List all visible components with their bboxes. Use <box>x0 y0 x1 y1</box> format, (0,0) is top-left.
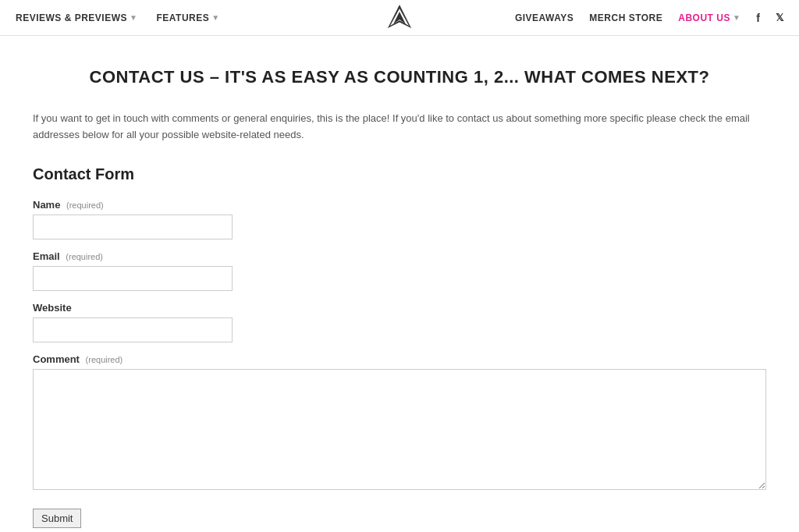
chevron-down-icon: ▼ <box>211 13 219 22</box>
name-field-group: Name (required) <box>33 199 766 239</box>
email-field-group: Email (required) <box>33 250 766 291</box>
nav-reviews-previews[interactable]: REVIEWS & PREVIEWS ▼ <box>16 12 137 23</box>
nav-merch-store[interactable]: MERCH STORE <box>589 12 662 23</box>
nav-features-label: FEATURES <box>156 12 209 23</box>
email-required: (required) <box>66 252 103 261</box>
nav-about-us[interactable]: ABOUT US ▼ <box>678 12 740 23</box>
website-input[interactable] <box>33 317 233 342</box>
comment-label: Comment (required) <box>33 353 766 365</box>
comment-field-group: Comment (required) <box>33 353 766 490</box>
nav-giveaways[interactable]: GIVEAWAYS <box>515 12 574 23</box>
form-section-title: Contact Form <box>33 165 766 183</box>
nav-about-us-label: ABOUT US <box>678 12 730 23</box>
website-field-group: Website <box>33 302 766 342</box>
intro-text: If you want to get in touch with comment… <box>33 111 766 144</box>
facebook-icon[interactable]: f <box>756 12 760 24</box>
submit-button[interactable]: Submit <box>33 509 81 528</box>
nav-right: GIVEAWAYS MERCH STORE ABOUT US ▼ f 𝕏 <box>515 12 783 24</box>
site-logo[interactable] <box>385 2 414 33</box>
email-label: Email (required) <box>33 250 766 262</box>
name-required: (required) <box>66 200 104 210</box>
nav-features[interactable]: FEATURES ▼ <box>156 12 219 23</box>
comment-textarea[interactable] <box>33 369 766 490</box>
main-content: CONTACT US – IT'S AS EASY AS COUNTING 1,… <box>17 36 782 532</box>
page-title: CONTACT US – IT'S AS EASY AS COUNTING 1,… <box>33 67 766 87</box>
nav-reviews-label: REVIEWS & PREVIEWS <box>16 12 127 23</box>
email-input[interactable] <box>33 266 233 291</box>
navigation: REVIEWS & PREVIEWS ▼ FEATURES ▼ GIVEAWAY… <box>0 0 799 36</box>
chevron-down-icon: ▼ <box>733 13 740 22</box>
name-label: Name (required) <box>33 199 766 211</box>
twitter-icon[interactable]: 𝕏 <box>776 12 783 23</box>
name-input[interactable] <box>33 215 233 239</box>
chevron-down-icon: ▼ <box>130 13 137 22</box>
nav-left: REVIEWS & PREVIEWS ▼ FEATURES ▼ <box>16 12 220 23</box>
website-label: Website <box>33 302 766 314</box>
comment-required: (required) <box>86 355 123 364</box>
